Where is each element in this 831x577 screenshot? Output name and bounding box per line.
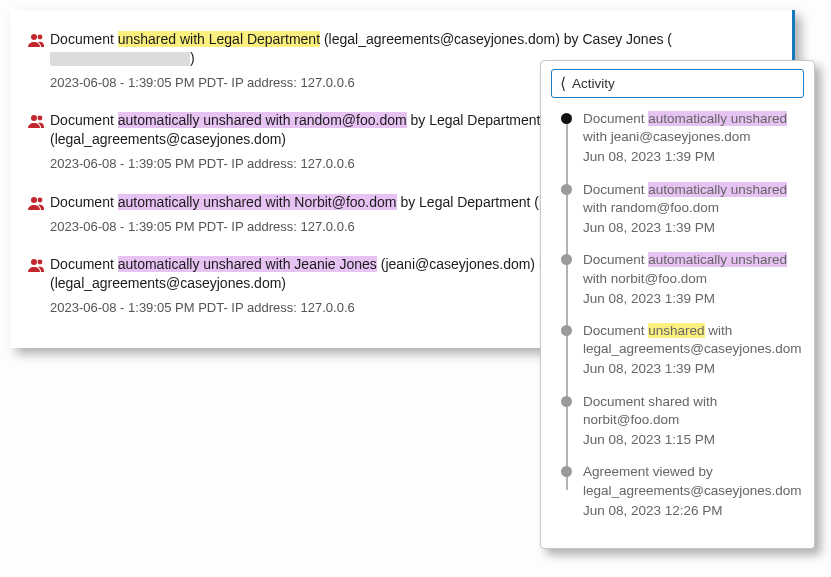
svg-point-7	[38, 260, 43, 265]
people-icon	[28, 32, 50, 48]
activity-item[interactable]: Document automatically unshared with ran…	[561, 181, 804, 238]
svg-point-3	[38, 116, 43, 121]
activity-text-pre: Document	[583, 182, 648, 197]
people-icon	[28, 113, 50, 129]
log-highlight: automatically unshared with Jeanie Jones	[118, 256, 377, 272]
activity-header[interactable]: ⟨ Activity	[551, 69, 804, 98]
activity-item[interactable]: Agreement viewed by legal_agreements@cas…	[561, 463, 804, 520]
log-prefix: Document	[50, 112, 118, 128]
activity-panel: ⟨ Activity Document automatically unshar…	[540, 60, 815, 549]
activity-text-pre: Document shared with norbit@foo.dom	[583, 394, 717, 427]
activity-date: Jun 08, 2023 1:39 PM	[583, 360, 804, 378]
activity-item[interactable]: Document unshared with legal_agreements@…	[561, 322, 804, 379]
activity-date: Jun 08, 2023 1:39 PM	[583, 290, 804, 308]
activity-timeline: Document automatically unshared with jea…	[561, 110, 804, 520]
log-suffix: (legal_agreements@caseyjones.dom) by Cas…	[320, 31, 663, 47]
activity-highlight: automatically unshared	[648, 182, 787, 197]
svg-point-1	[38, 35, 43, 40]
svg-point-6	[31, 259, 37, 265]
activity-text-pre: Agreement viewed by legal_agreements@cas…	[583, 464, 802, 497]
people-icon	[28, 195, 50, 211]
activity-date: Jun 08, 2023 12:26 PM	[583, 502, 804, 520]
svg-point-0	[31, 34, 37, 40]
activity-item[interactable]: Document automatically unshared with jea…	[561, 110, 804, 167]
log-highlight: automatically unshared with Norbit@foo.d…	[118, 194, 397, 210]
activity-item[interactable]: Document shared with norbit@foo.dom Jun …	[561, 393, 804, 450]
log-prefix: Document	[50, 194, 118, 210]
people-icon	[28, 257, 50, 273]
activity-highlight: automatically unshared	[648, 252, 787, 267]
activity-date: Jun 08, 2023 1:39 PM	[583, 219, 804, 237]
svg-point-5	[38, 197, 43, 202]
activity-title: Activity	[572, 76, 615, 91]
activity-date: Jun 08, 2023 1:15 PM	[583, 431, 804, 449]
log-highlight: automatically unshared with random@foo.d…	[118, 112, 407, 128]
log-prefix: Document	[50, 31, 118, 47]
activity-text-post: with norbit@foo.dom	[583, 271, 707, 286]
activity-text-post: with random@foo.dom	[583, 200, 719, 215]
activity-item[interactable]: Document automatically unshared with nor…	[561, 251, 804, 308]
activity-text-pre: Document	[583, 111, 648, 126]
back-icon[interactable]: ⟨	[560, 74, 566, 93]
activity-highlight: automatically unshared	[648, 111, 787, 126]
log-prefix: Document	[50, 256, 118, 272]
svg-point-4	[31, 197, 37, 203]
log-highlight: unshared with Legal Department	[118, 31, 320, 47]
activity-highlight: unshared	[648, 323, 704, 338]
activity-text-pre: Document	[583, 323, 648, 338]
svg-point-2	[31, 115, 37, 121]
redacted-value	[50, 52, 190, 66]
activity-text-pre: Document	[583, 252, 648, 267]
activity-date: Jun 08, 2023 1:39 PM	[583, 148, 804, 166]
activity-text-post: with jeani@caseyjones.dom	[583, 129, 751, 144]
